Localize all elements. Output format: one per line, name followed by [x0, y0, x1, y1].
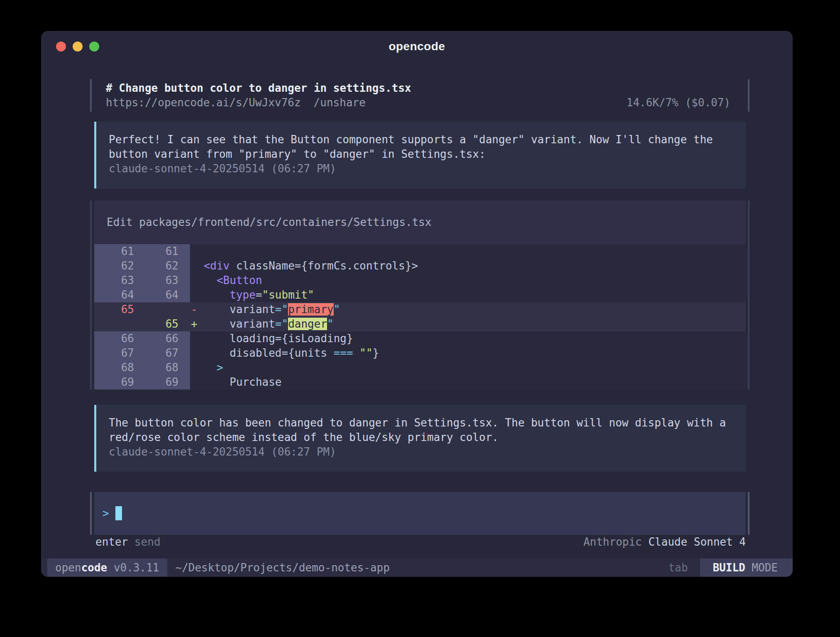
line-number-gutter: 6868: [94, 360, 190, 375]
session-title: # Change button color to danger in setti…: [106, 81, 730, 96]
share-url[interactable]: https://opencode.ai/s/UwJxv76z: [106, 96, 301, 110]
mode-chip[interactable]: BUILD MODE: [700, 559, 793, 577]
app-name-code: code: [81, 559, 107, 577]
mode-name: BUILD: [713, 559, 745, 577]
code-line: <div className={formCs.controls}>: [197, 259, 746, 273]
mode-suffix: MODE: [745, 559, 778, 577]
line-number-gutter: 6262: [94, 259, 190, 273]
message-meta: claude-sonnet-4-20250514 (06:27 PM): [109, 162, 733, 176]
code-line: variant="danger": [197, 317, 746, 331]
diff-row: 65+ variant="danger": [94, 317, 746, 331]
diff-row: 6767 disabled={units === ""}: [94, 346, 746, 360]
line-number-gutter: 6969: [94, 375, 190, 390]
working-directory: ~/Desktop/Projects/demo-notes-app: [175, 559, 390, 577]
status-bar: opencode v0.3.11 ~/Desktop/Projects/demo…: [41, 559, 793, 577]
diff-row: 6868 >: [94, 360, 746, 375]
diff-marker: [190, 288, 197, 302]
message-text: The button color has been changed to dan…: [109, 416, 733, 445]
diff-row: 6666 loading={isLoading}: [94, 331, 746, 346]
app-version: v0.3.11: [107, 559, 159, 577]
diff-marker: [190, 375, 197, 390]
diff-view: 61616262 <div className={formCs.controls…: [94, 244, 746, 390]
line-number-gutter: 65: [94, 302, 190, 317]
provider-label: Anthropic: [584, 536, 642, 548]
diff-marker: [190, 259, 197, 273]
line-number-gutter: 6363: [94, 273, 190, 288]
code-line: [197, 244, 746, 259]
session-header: # Change button color to danger in setti…: [94, 79, 746, 112]
diff-marker: [190, 346, 197, 360]
line-number-gutter: 6161: [94, 244, 190, 259]
diff-row: 6363 <Button: [94, 273, 746, 288]
diff-row: 65- variant="primary": [94, 302, 746, 317]
token-usage: 14.6K/7% ($0.07): [627, 96, 730, 110]
diff-marker: [190, 360, 197, 375]
diff-marker: +: [190, 317, 197, 331]
line-number-gutter: 65: [94, 317, 190, 331]
window-title: opencode: [41, 40, 793, 53]
app-name-open: open: [55, 559, 81, 577]
message-text: Perfect! I can see that the Button compo…: [109, 132, 733, 162]
code-line: disabled={units === ""}: [197, 346, 746, 360]
assistant-message: The button color has been changed to dan…: [94, 405, 746, 472]
diff-row: 6161: [94, 244, 746, 259]
code-line: type="submit": [197, 288, 746, 302]
diff-marker: [190, 331, 197, 346]
app-version-chip: opencode v0.3.11: [47, 559, 167, 577]
edit-file-title: Edit packages/frontend/src/containers/Se…: [94, 201, 746, 244]
code-line: >: [197, 360, 746, 375]
text-cursor: [115, 506, 122, 520]
diff-row: 6969 Purchase: [94, 375, 746, 390]
opencode-window: opencode # Change button color to danger…: [41, 31, 793, 577]
diff-marker: [190, 273, 197, 288]
send-action-hint: send: [134, 536, 161, 548]
prompt-input[interactable]: >: [94, 492, 746, 535]
titlebar: opencode: [41, 32, 793, 61]
code-line: loading={isLoading}: [197, 331, 746, 346]
diff-marker: -: [190, 302, 197, 317]
line-number-gutter: 6767: [94, 346, 190, 360]
model-label: Claude Sonnet 4: [648, 536, 746, 548]
message-meta: claude-sonnet-4-20250514 (06:27 PM): [109, 445, 733, 459]
code-line: variant="primary": [197, 302, 746, 317]
diff-marker: [190, 244, 197, 259]
line-number-gutter: 6666: [94, 331, 190, 346]
diff-row: 6262 <div className={formCs.controls}>: [94, 259, 746, 273]
tab-key-hint[interactable]: tab: [668, 559, 688, 577]
hint-bar: enter send Anthropic Claude Sonnet 4: [94, 535, 746, 549]
unshare-command[interactable]: /unshare: [314, 96, 366, 110]
prompt-symbol: >: [103, 507, 109, 519]
code-line: Purchase: [197, 375, 746, 390]
diff-row: 6464 type="submit": [94, 288, 746, 302]
assistant-message: Perfect! I can see that the Button compo…: [94, 122, 746, 189]
line-number-gutter: 6464: [94, 288, 190, 302]
code-line: <Button: [197, 273, 746, 288]
enter-key-hint: enter: [95, 536, 128, 548]
edit-tool-block: Edit packages/frontend/src/containers/Se…: [94, 201, 746, 390]
